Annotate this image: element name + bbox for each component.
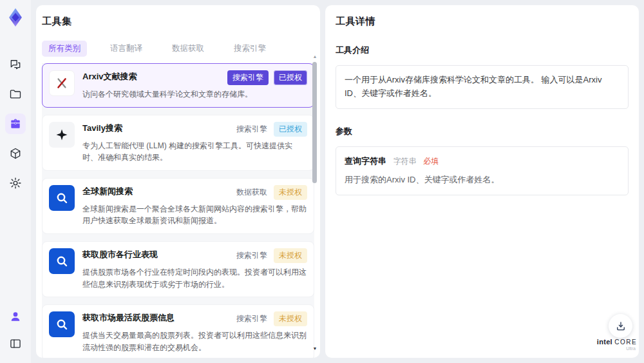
tab-category-3[interactable]: 搜索引擎 bbox=[227, 41, 272, 57]
sidebar-bottom-nav bbox=[5, 306, 26, 354]
search-tool-icon bbox=[49, 311, 75, 337]
category-tabs: 所有类别语言翻译数据获取搜索引擎 bbox=[42, 41, 314, 57]
list-scrollbar[interactable]: ▲ ▼ bbox=[312, 53, 318, 351]
intro-box: 一个用于从Arxiv存储库搜索科学论文和文章的工具。 输入可以是Arxiv ID… bbox=[336, 65, 629, 109]
tool-list: Arxiv文献搜索 搜索引擎 已授权 访问各个研究领域大量科学论文和文章的存储库… bbox=[42, 63, 314, 358]
tool-description: 专为人工智能代理 (LLM) 构建的搜索引擎工具。可快速提供实时、准确和真实的结… bbox=[82, 140, 307, 164]
sidebar-item-folder[interactable] bbox=[5, 84, 26, 104]
intel-core-logo: intel CORE Ultra bbox=[596, 338, 638, 351]
tool-category-badge: 搜索引擎 bbox=[227, 70, 269, 85]
sidebar-item-panel[interactable] bbox=[5, 333, 26, 354]
page-title: 工具集 bbox=[42, 10, 314, 28]
scrollbar-thumb[interactable] bbox=[312, 62, 317, 183]
tool-name: 获取市场最活跃股票信息 bbox=[82, 311, 175, 324]
tool-card[interactable]: 获取市场最活跃股票信息 搜索引擎 未授权 提供当天交易量最高的股票列表。投资者可… bbox=[42, 304, 314, 358]
scroll-up-icon[interactable]: ▲ bbox=[312, 54, 318, 59]
tool-detail-panel: 工具详情 工具介绍 一个用于从Arxiv存储库搜索科学论文和文章的工具。 输入可… bbox=[325, 5, 639, 358]
tool-description: 访问各个研究领域大量科学论文和文章的存储库。 bbox=[82, 88, 307, 101]
tab-category-1[interactable]: 语言翻译 bbox=[104, 41, 149, 57]
settings-icon bbox=[9, 177, 22, 190]
brand-core: CORE bbox=[614, 338, 637, 346]
sparkle-tool-icon bbox=[49, 122, 75, 148]
tool-list-panel: 工具集 所有类别语言翻译数据获取搜索引擎 Arxiv文献搜索 搜索引擎 已授权 … bbox=[36, 5, 320, 358]
params-heading: 参数 bbox=[336, 126, 629, 137]
tool-category-badge: 数据获取 bbox=[235, 185, 269, 200]
tool-name: 获取股市各行业表现 bbox=[82, 248, 158, 260]
tool-description: 提供当天交易量最高的股票列表。投资者可以利用这些信息来识别流动性强的股票和潜在的… bbox=[82, 329, 307, 353]
arxiv-tool-icon bbox=[49, 70, 75, 96]
folder-icon bbox=[9, 88, 22, 101]
detail-title: 工具详情 bbox=[336, 10, 629, 28]
brand-sub: Ultra bbox=[596, 346, 638, 351]
chat-icon bbox=[9, 58, 22, 71]
sidebar-item-chat[interactable] bbox=[5, 54, 26, 75]
param-required-badge: 必填 bbox=[423, 157, 439, 166]
sidebar-item-cube[interactable] bbox=[5, 143, 26, 164]
download-button[interactable] bbox=[609, 314, 632, 338]
sidebar-nav bbox=[5, 54, 26, 193]
user-icon bbox=[9, 310, 22, 323]
brand-intel: intel bbox=[597, 338, 612, 346]
search-tool-icon bbox=[49, 248, 75, 274]
intro-heading: 工具介绍 bbox=[336, 44, 629, 56]
tool-card[interactable]: Arxiv文献搜索 搜索引擎 已授权 访问各个研究领域大量科学论文和文章的存储库… bbox=[42, 63, 314, 108]
param-description: 用于搜索的Arxiv ID、关键字或作者姓名。 bbox=[345, 173, 620, 187]
tool-card[interactable]: 获取股市各行业表现 搜索引擎 未授权 提供股票市场各个行业在特定时间段内的表现。… bbox=[42, 241, 314, 297]
param-type: 字符串 bbox=[393, 157, 417, 166]
tool-card[interactable]: 全球新闻搜索 数据获取 未授权 全球新闻搜索是一个聚合全球各大新闻网站内容的搜索… bbox=[42, 178, 314, 234]
tool-category-badge: 搜索引擎 bbox=[235, 248, 269, 263]
sidebar-item-toolbox[interactable] bbox=[5, 113, 26, 134]
panel-icon bbox=[9, 337, 22, 350]
tool-category-badge: 搜索引擎 bbox=[235, 122, 269, 137]
tool-name: 全球新闻搜索 bbox=[82, 185, 133, 197]
tool-description: 全球新闻搜索是一个聚合全球各大新闻网站内容的搜索引擎，帮助用户快速获取全球最新资… bbox=[82, 203, 307, 227]
download-icon bbox=[615, 320, 627, 332]
app-logo-icon bbox=[5, 6, 26, 28]
sidebar-item-settings[interactable] bbox=[5, 173, 26, 193]
cube-icon bbox=[9, 147, 22, 160]
icon-sidebar bbox=[0, 0, 31, 363]
tool-name: Tavily搜索 bbox=[82, 122, 122, 134]
tool-status-badge: 已授权 bbox=[274, 70, 307, 85]
tool-card[interactable]: Tavily搜索 搜索引擎 已授权 专为人工智能代理 (LLM) 构建的搜索引擎… bbox=[42, 115, 314, 171]
tool-description: 提供股票市场各个行业在特定时间段内的表现。投资者可以利用这些信息来识别表现优于或… bbox=[82, 266, 307, 290]
tab-category-2[interactable]: 数据获取 bbox=[166, 41, 211, 57]
tool-name: Arxiv文献搜索 bbox=[82, 70, 137, 83]
tab-all[interactable]: 所有类别 bbox=[42, 41, 87, 57]
tool-status-badge: 未授权 bbox=[274, 311, 307, 326]
sidebar-item-user[interactable] bbox=[5, 306, 26, 327]
tool-status-badge: 未授权 bbox=[274, 185, 307, 200]
tool-category-badge: 搜索引擎 bbox=[235, 311, 269, 326]
tool-status-badge: 未授权 bbox=[274, 248, 307, 263]
param-box: 查询字符串 字符串 必填 用于搜索的Arxiv ID、关键字或作者姓名。 bbox=[336, 146, 629, 196]
toolbox-icon bbox=[9, 117, 22, 130]
search-tool-icon bbox=[49, 185, 75, 211]
param-name: 查询字符串 bbox=[345, 156, 386, 166]
tool-status-badge: 已授权 bbox=[274, 122, 307, 137]
scroll-down-icon[interactable]: ▼ bbox=[312, 346, 318, 351]
param-header: 查询字符串 字符串 必填 bbox=[345, 155, 620, 168]
